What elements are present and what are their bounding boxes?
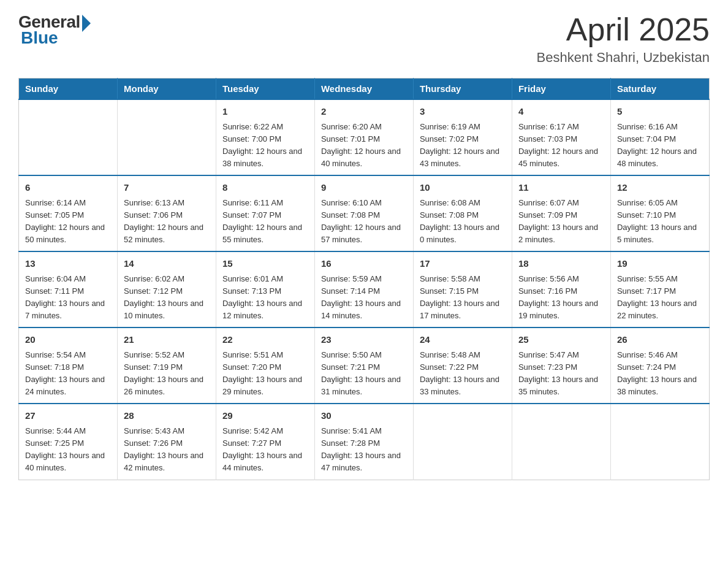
day-number: 21 xyxy=(124,333,210,347)
calendar-cell: 7Sunrise: 6:13 AM Sunset: 7:06 PM Daylig… xyxy=(117,175,216,251)
logo-blue-text: Blue xyxy=(21,28,58,48)
calendar-table: SundayMondayTuesdayWednesdayThursdayFrid… xyxy=(18,78,710,480)
calendar-week-row: 27Sunrise: 5:44 AM Sunset: 7:25 PM Dayli… xyxy=(19,404,710,480)
calendar-cell: 1Sunrise: 6:22 AM Sunset: 7:00 PM Daylig… xyxy=(216,99,314,175)
day-info: Sunrise: 6:16 AM Sunset: 7:04 PM Dayligh… xyxy=(617,121,703,170)
day-info: Sunrise: 5:58 AM Sunset: 7:15 PM Dayligh… xyxy=(420,273,506,323)
title-section: April 2025 Beshkent Shahri, Uzbekistan xyxy=(537,12,710,66)
calendar-header-row: SundayMondayTuesdayWednesdayThursdayFrid… xyxy=(19,79,710,100)
day-info: Sunrise: 6:19 AM Sunset: 7:02 PM Dayligh… xyxy=(420,121,506,170)
day-number: 26 xyxy=(617,333,703,347)
calendar-cell: 8Sunrise: 6:11 AM Sunset: 7:07 PM Daylig… xyxy=(216,175,314,251)
day-info: Sunrise: 6:10 AM Sunset: 7:08 PM Dayligh… xyxy=(321,197,407,247)
day-info: Sunrise: 5:51 AM Sunset: 7:20 PM Dayligh… xyxy=(222,349,308,399)
calendar-cell: 11Sunrise: 6:07 AM Sunset: 7:09 PM Dayli… xyxy=(512,175,610,251)
calendar-cell: 19Sunrise: 5:55 AM Sunset: 7:17 PM Dayli… xyxy=(610,251,709,327)
calendar-cell xyxy=(413,404,512,480)
day-info: Sunrise: 5:52 AM Sunset: 7:19 PM Dayligh… xyxy=(124,349,210,399)
calendar-cell: 22Sunrise: 5:51 AM Sunset: 7:20 PM Dayli… xyxy=(216,327,314,404)
day-info: Sunrise: 5:56 AM Sunset: 7:16 PM Dayligh… xyxy=(518,273,604,323)
day-info: Sunrise: 5:44 AM Sunset: 7:25 PM Dayligh… xyxy=(25,425,111,475)
day-number: 1 xyxy=(222,105,308,119)
day-number: 27 xyxy=(25,409,111,423)
day-number: 6 xyxy=(25,181,111,195)
day-number: 29 xyxy=(222,409,308,423)
logo-arrow-icon xyxy=(82,15,91,32)
day-info: Sunrise: 6:02 AM Sunset: 7:12 PM Dayligh… xyxy=(124,273,210,323)
calendar-cell: 4Sunrise: 6:17 AM Sunset: 7:03 PM Daylig… xyxy=(512,99,610,175)
calendar-cell: 17Sunrise: 5:58 AM Sunset: 7:15 PM Dayli… xyxy=(413,251,512,327)
calendar-cell xyxy=(512,404,610,480)
calendar-cell: 13Sunrise: 6:04 AM Sunset: 7:11 PM Dayli… xyxy=(19,251,118,327)
calendar-cell xyxy=(19,99,118,175)
day-number: 9 xyxy=(321,181,407,195)
calendar-cell: 20Sunrise: 5:54 AM Sunset: 7:18 PM Dayli… xyxy=(19,327,118,404)
day-info: Sunrise: 5:42 AM Sunset: 7:27 PM Dayligh… xyxy=(222,425,308,475)
day-number: 5 xyxy=(617,105,703,119)
day-number: 15 xyxy=(222,257,308,271)
day-of-week-header: Friday xyxy=(512,79,610,100)
day-number: 8 xyxy=(222,181,308,195)
calendar-week-row: 20Sunrise: 5:54 AM Sunset: 7:18 PM Dayli… xyxy=(19,327,710,404)
day-info: Sunrise: 5:59 AM Sunset: 7:14 PM Dayligh… xyxy=(321,273,407,323)
day-number: 14 xyxy=(124,257,210,271)
day-of-week-header: Wednesday xyxy=(314,79,413,100)
day-number: 7 xyxy=(124,181,210,195)
day-info: Sunrise: 6:13 AM Sunset: 7:06 PM Dayligh… xyxy=(124,197,210,247)
day-info: Sunrise: 5:54 AM Sunset: 7:18 PM Dayligh… xyxy=(25,349,111,399)
day-number: 10 xyxy=(420,181,506,195)
calendar-cell: 3Sunrise: 6:19 AM Sunset: 7:02 PM Daylig… xyxy=(413,99,512,175)
calendar-cell: 21Sunrise: 5:52 AM Sunset: 7:19 PM Dayli… xyxy=(117,327,216,404)
day-number: 18 xyxy=(518,257,604,271)
day-info: Sunrise: 5:50 AM Sunset: 7:21 PM Dayligh… xyxy=(321,349,407,399)
page-subtitle: Beshkent Shahri, Uzbekistan xyxy=(537,50,710,66)
calendar-cell: 5Sunrise: 6:16 AM Sunset: 7:04 PM Daylig… xyxy=(610,99,709,175)
day-of-week-header: Monday xyxy=(117,79,216,100)
day-number: 3 xyxy=(420,105,506,119)
day-info: Sunrise: 5:46 AM Sunset: 7:24 PM Dayligh… xyxy=(617,349,703,399)
calendar-cell xyxy=(610,404,709,480)
day-number: 25 xyxy=(518,333,604,347)
day-info: Sunrise: 6:04 AM Sunset: 7:11 PM Dayligh… xyxy=(25,273,111,323)
calendar-cell: 15Sunrise: 6:01 AM Sunset: 7:13 PM Dayli… xyxy=(216,251,314,327)
calendar-cell: 9Sunrise: 6:10 AM Sunset: 7:08 PM Daylig… xyxy=(314,175,413,251)
calendar-cell: 26Sunrise: 5:46 AM Sunset: 7:24 PM Dayli… xyxy=(610,327,709,404)
day-number: 20 xyxy=(25,333,111,347)
day-of-week-header: Thursday xyxy=(413,79,512,100)
day-info: Sunrise: 6:05 AM Sunset: 7:10 PM Dayligh… xyxy=(617,197,703,247)
day-number: 2 xyxy=(321,105,407,119)
day-number: 19 xyxy=(617,257,703,271)
calendar-cell: 29Sunrise: 5:42 AM Sunset: 7:27 PM Dayli… xyxy=(216,404,314,480)
calendar-cell: 30Sunrise: 5:41 AM Sunset: 7:28 PM Dayli… xyxy=(314,404,413,480)
day-info: Sunrise: 5:47 AM Sunset: 7:23 PM Dayligh… xyxy=(518,349,604,399)
calendar-cell: 18Sunrise: 5:56 AM Sunset: 7:16 PM Dayli… xyxy=(512,251,610,327)
calendar-week-row: 1Sunrise: 6:22 AM Sunset: 7:00 PM Daylig… xyxy=(19,99,710,175)
day-number: 28 xyxy=(124,409,210,423)
day-info: Sunrise: 5:43 AM Sunset: 7:26 PM Dayligh… xyxy=(124,425,210,475)
day-info: Sunrise: 6:14 AM Sunset: 7:05 PM Dayligh… xyxy=(25,197,111,247)
calendar-cell: 12Sunrise: 6:05 AM Sunset: 7:10 PM Dayli… xyxy=(610,175,709,251)
day-number: 4 xyxy=(518,105,604,119)
calendar-cell: 10Sunrise: 6:08 AM Sunset: 7:08 PM Dayli… xyxy=(413,175,512,251)
calendar-cell: 23Sunrise: 5:50 AM Sunset: 7:21 PM Dayli… xyxy=(314,327,413,404)
day-info: Sunrise: 6:20 AM Sunset: 7:01 PM Dayligh… xyxy=(321,121,407,170)
day-number: 12 xyxy=(617,181,703,195)
logo: General Blue xyxy=(18,12,91,48)
calendar-cell xyxy=(117,99,216,175)
day-number: 30 xyxy=(321,409,407,423)
calendar-cell: 6Sunrise: 6:14 AM Sunset: 7:05 PM Daylig… xyxy=(19,175,118,251)
day-number: 24 xyxy=(420,333,506,347)
day-of-week-header: Sunday xyxy=(19,79,118,100)
day-number: 22 xyxy=(222,333,308,347)
day-of-week-header: Tuesday xyxy=(216,79,314,100)
day-info: Sunrise: 6:11 AM Sunset: 7:07 PM Dayligh… xyxy=(222,197,308,247)
day-number: 16 xyxy=(321,257,407,271)
day-info: Sunrise: 6:07 AM Sunset: 7:09 PM Dayligh… xyxy=(518,197,604,247)
day-info: Sunrise: 5:55 AM Sunset: 7:17 PM Dayligh… xyxy=(617,273,703,323)
page-title: April 2025 xyxy=(537,12,710,47)
calendar-cell: 25Sunrise: 5:47 AM Sunset: 7:23 PM Dayli… xyxy=(512,327,610,404)
calendar-cell: 16Sunrise: 5:59 AM Sunset: 7:14 PM Dayli… xyxy=(314,251,413,327)
day-info: Sunrise: 6:17 AM Sunset: 7:03 PM Dayligh… xyxy=(518,121,604,170)
day-info: Sunrise: 5:48 AM Sunset: 7:22 PM Dayligh… xyxy=(420,349,506,399)
day-info: Sunrise: 6:01 AM Sunset: 7:13 PM Dayligh… xyxy=(222,273,308,323)
